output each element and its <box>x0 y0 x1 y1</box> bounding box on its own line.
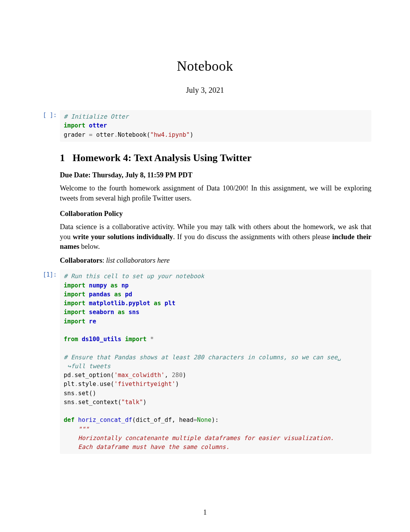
code-string: "talk" <box>121 399 143 406</box>
code-call: Notebook( <box>118 131 150 138</box>
code-paren: ) <box>175 381 179 388</box>
section-number: 1 <box>60 152 65 163</box>
code-keyword: import <box>64 282 85 289</box>
code-keyword: def <box>64 416 75 423</box>
code-call: use( <box>100 381 114 388</box>
code-keyword: import <box>125 336 147 343</box>
code-string: 'fivethirtyeight' <box>114 381 176 388</box>
code-operator: . <box>96 381 100 388</box>
page-number: 1 <box>0 508 410 517</box>
code-number: 280 <box>172 372 183 379</box>
code-module: otter <box>89 122 107 129</box>
code-keyword: import <box>64 291 85 298</box>
code-name: sns <box>64 399 75 406</box>
code-name: grader <box>64 131 89 138</box>
code-function-def: horiz_concat_df <box>78 416 132 423</box>
code-alias: plt <box>164 300 175 307</box>
collaborators-line: Collaborators: list collaborators here <box>60 256 371 266</box>
cell-prompt: [ ]: <box>39 110 60 119</box>
due-date: Due Date: Thursday, July 8, 11:59 PM PDT <box>60 170 371 180</box>
collab-paragraph: Data science is a collaborative activity… <box>60 222 371 252</box>
code-keyword: as <box>114 291 122 298</box>
code-name: style <box>78 381 96 388</box>
code-params: (dict_of_df, head <box>132 416 193 423</box>
code-call: set_context( <box>78 399 121 406</box>
section-title: Homework 4: Text Analysis Using Twitter <box>73 152 251 163</box>
code-keyword: import <box>64 318 85 325</box>
code-keyword: from <box>64 336 78 343</box>
code-cell-0: [ ]: # Initialize Otter import otter gra… <box>39 110 371 142</box>
code-alias: sns <box>129 309 139 316</box>
intro-paragraph: Welcome to the fourth homework assignmen… <box>60 184 371 204</box>
code-keyword: as <box>118 309 125 316</box>
code-operator: . <box>75 399 78 406</box>
code-name: otter <box>93 131 114 138</box>
code-paren: ) <box>183 372 186 379</box>
collab-text: below. <box>79 243 100 250</box>
code-alias: np <box>121 282 129 289</box>
code-block: # Run this cell to set up your notebook … <box>60 270 371 454</box>
code-block: # Initialize Otter import otter grader =… <box>60 110 371 142</box>
collab-heading: Collaboration Policy <box>60 209 371 219</box>
code-paren: ) <box>190 131 193 138</box>
code-module: numpy <box>89 282 107 289</box>
code-call: set() <box>78 390 96 397</box>
code-keyword: import <box>64 122 85 129</box>
code-comment: # Ensure that Pandas shows at least 280 … <box>64 354 341 361</box>
collab-sep: : <box>102 257 106 264</box>
collab-label: Collaborators <box>60 257 102 264</box>
code-operator: = <box>89 131 92 138</box>
code-comment: # Run this cell to set up your notebook <box>64 273 204 280</box>
code-module: seaborn <box>89 309 114 316</box>
collab-bold: write your solutions individually <box>73 233 173 241</box>
code-builtin: None <box>197 416 211 423</box>
code-module: ds100_utils <box>82 336 122 343</box>
collab-placeholder: list collaborators here <box>106 257 170 264</box>
code-name: sns <box>64 390 75 397</box>
code-string: 'max_colwidth' <box>114 372 165 379</box>
text-content: 1Homework 4: Text Analysis Using Twitter… <box>60 151 371 266</box>
code-paren: ) <box>143 399 146 406</box>
code-keyword: as <box>110 282 118 289</box>
code-name: plt <box>64 381 75 388</box>
code-docstring: Horizontally concatenante multiple dataf… <box>64 435 334 442</box>
code-comment: # Initialize Otter <box>64 113 129 120</box>
code-keyword: as <box>154 300 161 307</box>
code-alias: pd <box>125 291 132 298</box>
code-operator: * <box>150 336 154 343</box>
code-module: re <box>89 318 96 325</box>
code-operator: = <box>193 416 197 423</box>
code-module: pandas <box>89 291 110 298</box>
cell-prompt: [1]: <box>39 270 60 278</box>
code-operator: . <box>75 381 78 388</box>
code-keyword: import <box>64 309 85 316</box>
document-title: Notebook <box>39 58 371 74</box>
code-call: set_option( <box>75 372 114 379</box>
code-punct: ): <box>212 416 219 423</box>
code-name: pd <box>64 372 71 379</box>
code-operator: . <box>71 372 75 379</box>
code-keyword: import <box>64 300 85 307</box>
code-operator: . <box>75 390 78 397</box>
section-heading: 1Homework 4: Text Analysis Using Twitter <box>60 151 371 165</box>
document-date: July 3, 2021 <box>39 86 371 95</box>
code-comment: ↪full tweets <box>64 363 110 370</box>
code-docstring: """ <box>64 426 89 433</box>
code-string: "hw4.ipynb" <box>150 131 190 138</box>
code-docstring: Each dataframe must have the same column… <box>64 444 229 450</box>
code-operator: . <box>114 131 118 138</box>
collab-text: . If you do discuss the assignments with… <box>173 233 332 241</box>
code-cell-1: [1]: # Run this cell to set up your note… <box>39 270 371 454</box>
code-punct: , <box>164 372 172 379</box>
code-module: matplotlib.pyplot <box>89 300 150 307</box>
